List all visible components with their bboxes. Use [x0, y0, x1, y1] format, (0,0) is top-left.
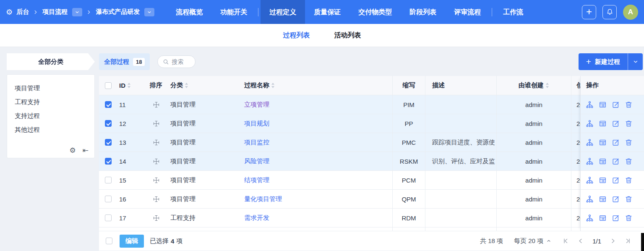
- form-detail-icon[interactable]: [599, 176, 607, 184]
- sidebar-item-other-process[interactable]: 其他过程: [14, 123, 88, 137]
- delete-trash-icon[interactable]: [625, 195, 633, 203]
- select-all-checkbox[interactable]: [105, 82, 112, 89]
- search-input[interactable]: [172, 58, 190, 65]
- flow-diagram-icon[interactable]: [586, 214, 594, 222]
- first-page-icon[interactable]: [562, 238, 569, 244]
- edit-icon[interactable]: [612, 101, 620, 109]
- nav-feature-switch[interactable]: 功能开关: [211, 0, 256, 24]
- col-id[interactable]: ID: [119, 82, 125, 89]
- nav-deliverable-type[interactable]: 交付物类型: [349, 0, 401, 24]
- drag-handle-icon[interactable]: [153, 139, 160, 146]
- cell-category: 项目管理: [169, 190, 242, 208]
- edit-button[interactable]: 编辑: [120, 235, 144, 248]
- last-page-icon[interactable]: [625, 238, 631, 244]
- flow-diagram-icon[interactable]: [586, 101, 594, 109]
- nav-workflow[interactable]: 工作流: [494, 0, 532, 24]
- delete-trash-icon[interactable]: [625, 157, 633, 165]
- user-avatar[interactable]: A: [623, 5, 638, 20]
- page-size-selector[interactable]: 每页 20 项: [514, 237, 551, 245]
- breadcrumb-waterfall[interactable]: 瀑布式产品研发: [96, 8, 140, 16]
- sort-icon[interactable]: [271, 82, 275, 89]
- edit-icon[interactable]: [612, 176, 620, 184]
- vertical-scrollbar[interactable]: [641, 233, 644, 251]
- nav-review-flow[interactable]: 评审流程: [445, 0, 490, 24]
- prev-page-icon[interactable]: [577, 238, 584, 244]
- flow-diagram-icon[interactable]: [586, 120, 594, 128]
- form-detail-icon[interactable]: [599, 214, 607, 222]
- search-box[interactable]: [157, 55, 196, 68]
- collapse-sidebar-icon[interactable]: ⇤: [83, 147, 89, 154]
- form-detail-icon[interactable]: [599, 139, 607, 146]
- flow-diagram-icon[interactable]: [586, 157, 594, 165]
- nav-stage-list[interactable]: 阶段列表: [401, 0, 445, 24]
- form-detail-icon[interactable]: [599, 120, 607, 128]
- row-actions: [581, 95, 644, 114]
- process-name-link[interactable]: 风险管理: [244, 157, 269, 165]
- drag-handle-icon[interactable]: [153, 101, 160, 108]
- breadcrumb-flow-dropdown[interactable]: [72, 8, 82, 16]
- process-name-link[interactable]: 结项管理: [244, 176, 269, 184]
- delete-trash-icon[interactable]: [625, 139, 633, 146]
- drag-handle-icon[interactable]: [153, 120, 160, 127]
- breadcrumb-backstage[interactable]: 后台: [16, 8, 29, 16]
- edit-icon[interactable]: [612, 195, 620, 203]
- settings-gear-icon[interactable]: ⚙: [6, 8, 13, 16]
- drag-handle-icon[interactable]: [153, 214, 160, 222]
- col-category[interactable]: 分类: [170, 81, 183, 89]
- drag-handle-icon[interactable]: [153, 158, 160, 165]
- row-checkbox[interactable]: [105, 177, 112, 183]
- process-name-link[interactable]: 量化项目管理: [244, 195, 282, 203]
- flow-diagram-icon[interactable]: [586, 139, 594, 146]
- notifications-button[interactable]: [602, 5, 617, 19]
- add-button[interactable]: +: [582, 5, 596, 19]
- sort-icon[interactable]: [545, 82, 549, 89]
- col-name[interactable]: 过程名称: [244, 81, 269, 89]
- footer-select-all-checkbox[interactable]: [106, 238, 112, 244]
- edit-icon[interactable]: [612, 139, 620, 146]
- next-page-icon[interactable]: [610, 238, 616, 244]
- filter-all-processes[interactable]: 全部过程 18: [99, 53, 150, 70]
- process-name-link[interactable]: 项目监控: [244, 139, 269, 146]
- delete-trash-icon[interactable]: [625, 120, 633, 128]
- process-name-link[interactable]: 需求开发: [244, 214, 269, 222]
- row-checkbox[interactable]: [105, 214, 112, 221]
- process-name-link[interactable]: 立项管理: [244, 101, 269, 109]
- edit-icon[interactable]: [612, 120, 620, 128]
- breadcrumb-waterfall-dropdown[interactable]: [144, 8, 154, 16]
- nav-process-definition[interactable]: 过程定义: [261, 0, 305, 24]
- delete-trash-icon[interactable]: [625, 176, 633, 184]
- flow-diagram-icon[interactable]: [586, 176, 594, 184]
- row-checkbox[interactable]: [105, 158, 112, 165]
- edit-icon[interactable]: [612, 157, 620, 165]
- create-process-dropdown[interactable]: [628, 53, 643, 70]
- row-checkbox[interactable]: [105, 139, 112, 146]
- sidebar-item-engineering-support[interactable]: 工程支持: [14, 95, 88, 109]
- sort-icon[interactable]: [127, 82, 131, 89]
- tab-process-list[interactable]: 过程列表: [283, 31, 310, 40]
- flow-diagram-icon[interactable]: [586, 195, 594, 203]
- row-checkbox[interactable]: [105, 196, 112, 202]
- category-banner[interactable]: 全部分类: [7, 53, 95, 70]
- form-detail-icon[interactable]: [599, 195, 607, 203]
- sort-icon[interactable]: [185, 82, 188, 89]
- drag-handle-icon[interactable]: [153, 177, 160, 184]
- form-detail-icon[interactable]: [599, 157, 607, 165]
- search-icon: [163, 59, 169, 65]
- process-name-link[interactable]: 项目规划: [244, 120, 269, 128]
- delete-trash-icon[interactable]: [625, 101, 633, 109]
- form-detail-icon[interactable]: [599, 101, 607, 109]
- row-checkbox[interactable]: [105, 101, 112, 108]
- category-settings-gear-icon[interactable]: ⚙: [70, 147, 76, 154]
- sidebar-item-support-process[interactable]: 支持过程: [14, 109, 88, 123]
- delete-trash-icon[interactable]: [625, 214, 633, 222]
- drag-handle-icon[interactable]: [153, 196, 160, 203]
- edit-icon[interactable]: [612, 214, 620, 222]
- create-process-button[interactable]: + 新建过程: [579, 53, 628, 70]
- tab-activity-list[interactable]: 活动列表: [334, 31, 361, 40]
- breadcrumb-project-flow[interactable]: 项目流程: [42, 8, 68, 16]
- nav-quality-assurance[interactable]: 质量保证: [305, 0, 349, 24]
- row-checkbox[interactable]: [105, 120, 112, 127]
- col-creator[interactable]: 由谁创建: [519, 81, 544, 89]
- nav-process-overview[interactable]: 流程概览: [167, 0, 211, 24]
- sidebar-item-project-management[interactable]: 项目管理: [14, 81, 88, 95]
